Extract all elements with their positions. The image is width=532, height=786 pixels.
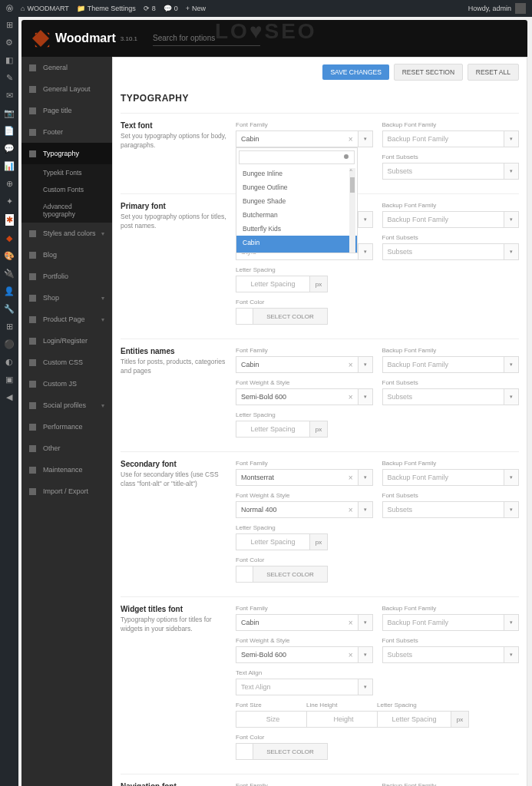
menu-icon[interactable]: ◧ bbox=[5, 55, 13, 65]
dropdown-option[interactable]: Cabin bbox=[236, 236, 357, 253]
sidebar-item-performance[interactable]: Performance bbox=[21, 416, 112, 438]
menu-icon[interactable]: ⚫ bbox=[4, 339, 15, 349]
select[interactable]: Normal 400×▾ bbox=[236, 501, 373, 518]
options-search-input[interactable] bbox=[153, 31, 260, 46]
text-input[interactable] bbox=[236, 276, 309, 292]
adminbar-site[interactable]: ⌂ WOODMART bbox=[21, 5, 69, 12]
chevron-down-icon[interactable]: ▾ bbox=[504, 243, 519, 260]
adminbar-howdy[interactable]: Howdy, admin bbox=[468, 5, 511, 12]
menu-collapse-icon[interactable]: ◀ bbox=[6, 392, 12, 402]
adminbar-theme[interactable]: 📁 Theme Settings bbox=[77, 5, 136, 12]
menu-icon[interactable]: ◐ bbox=[5, 357, 13, 367]
menu-icon[interactable]: 📷 bbox=[4, 108, 15, 118]
adminbar-wp-logo[interactable]: ⓦ bbox=[6, 4, 13, 14]
clear-icon[interactable]: × bbox=[349, 651, 353, 659]
chevron-down-icon[interactable]: ▾ bbox=[358, 243, 373, 260]
select[interactable]: Subsets▾ bbox=[382, 163, 520, 180]
menu-icon[interactable]: ✱ bbox=[5, 214, 14, 226]
chevron-down-icon[interactable]: ▾ bbox=[504, 469, 519, 486]
adminbar-updates[interactable]: ⟳ 8 bbox=[144, 5, 156, 12]
reset-all-button[interactable]: RESET ALL bbox=[468, 64, 519, 81]
sidebar-item-blog[interactable]: Blog bbox=[21, 244, 112, 266]
select[interactable]: Text Align▾ bbox=[236, 679, 373, 695]
chevron-down-icon[interactable]: ▾ bbox=[504, 501, 519, 518]
select[interactable]: Subsets▾ bbox=[382, 388, 520, 405]
dropdown-option[interactable]: Bungee Shade bbox=[236, 194, 357, 208]
select[interactable]: Backup Font Family▾ bbox=[382, 614, 520, 631]
select[interactable]: Subsets▾ bbox=[382, 646, 520, 663]
chevron-down-icon[interactable]: ▾ bbox=[358, 646, 373, 663]
sidebar-subitem[interactable]: Typekit Fonts bbox=[21, 164, 112, 181]
clear-icon[interactable]: × bbox=[349, 619, 353, 627]
menu-icon[interactable]: ⊕ bbox=[6, 179, 13, 189]
text-input[interactable] bbox=[377, 711, 451, 728]
menu-icon[interactable]: ▣ bbox=[5, 375, 13, 385]
sidebar-item-product-page[interactable]: Product Page▾ bbox=[21, 309, 112, 330]
menu-icon[interactable]: ◆ bbox=[6, 233, 12, 243]
menu-icon[interactable]: ✉ bbox=[6, 91, 13, 101]
sidebar-item-portfolio[interactable]: Portfolio bbox=[21, 266, 112, 287]
menu-icon[interactable]: 🔧 bbox=[4, 304, 15, 314]
adminbar-comments[interactable]: 💬 0 bbox=[164, 5, 178, 12]
color-picker[interactable]: SELECT COLOR bbox=[236, 743, 328, 760]
chevron-down-icon[interactable]: ▾ bbox=[504, 130, 519, 147]
select[interactable]: Backup Font Family▾ bbox=[382, 356, 520, 373]
menu-icon[interactable]: 🎨 bbox=[4, 251, 15, 261]
sidebar-item-other[interactable]: Other bbox=[21, 438, 112, 459]
text-input[interactable] bbox=[306, 711, 380, 728]
chevron-down-icon[interactable]: ▾ bbox=[358, 130, 373, 147]
menu-icon[interactable]: 💬 bbox=[4, 144, 15, 154]
sidebar-item-styles-and-colors[interactable]: Styles and colors▾ bbox=[21, 223, 112, 244]
select[interactable]: Montserrat×▾ bbox=[236, 469, 373, 486]
menu-dashboard-icon[interactable]: ⊞ bbox=[6, 20, 13, 30]
chevron-down-icon[interactable]: ▾ bbox=[504, 388, 519, 405]
menu-icon[interactable]: 📊 bbox=[4, 161, 15, 171]
text-input[interactable] bbox=[236, 711, 309, 728]
select[interactable]: Cabin×▾ bbox=[236, 614, 373, 631]
clear-icon[interactable]: × bbox=[349, 361, 353, 369]
sidebar-item-login-register[interactable]: Login/Register bbox=[21, 330, 112, 352]
dropdown-search-input[interactable] bbox=[239, 150, 355, 164]
reset-section-button[interactable]: RESET SECTION bbox=[394, 64, 463, 81]
chevron-down-icon[interactable]: ▾ bbox=[504, 646, 519, 663]
chevron-down-icon[interactable]: ▾ bbox=[358, 679, 373, 695]
menu-icon[interactable]: ✎ bbox=[6, 73, 13, 83]
clear-icon[interactable]: × bbox=[349, 506, 353, 514]
sidebar-item-footer[interactable]: Footer bbox=[21, 121, 112, 143]
menu-icon[interactable]: ⊞ bbox=[6, 322, 13, 332]
menu-icon[interactable]: ⚙ bbox=[5, 38, 13, 48]
sidebar-item-typography[interactable]: Typography bbox=[21, 143, 112, 164]
text-input[interactable] bbox=[236, 533, 309, 550]
select[interactable]: Subsets▾ bbox=[382, 243, 520, 260]
chevron-down-icon[interactable]: ▾ bbox=[358, 614, 373, 631]
save-button[interactable]: SAVE CHANGES bbox=[322, 64, 388, 80]
select[interactable]: Cabin×▾ bbox=[236, 130, 373, 147]
clear-icon[interactable]: × bbox=[349, 393, 353, 401]
chevron-down-icon[interactable]: ▾ bbox=[504, 163, 519, 180]
color-picker[interactable]: SELECT COLOR bbox=[236, 308, 328, 325]
chevron-down-icon[interactable]: ▾ bbox=[358, 469, 373, 486]
menu-icon[interactable]: 📄 bbox=[4, 126, 15, 136]
avatar-icon[interactable] bbox=[515, 3, 526, 14]
chevron-down-icon[interactable]: ▾ bbox=[504, 211, 519, 228]
sidebar-item-import-export[interactable]: Import / Export bbox=[21, 481, 112, 502]
select[interactable]: Semi-Bold 600×▾ bbox=[236, 646, 373, 663]
sidebar-item-general-layout[interactable]: General Layout bbox=[21, 78, 112, 100]
clear-icon[interactable]: × bbox=[349, 474, 353, 482]
select[interactable]: Backup Font Family▾ bbox=[382, 211, 520, 228]
sidebar-item-custom-js[interactable]: Custom JS bbox=[21, 373, 112, 395]
adminbar-new[interactable]: + New bbox=[186, 5, 206, 12]
sidebar-item-shop[interactable]: Shop▾ bbox=[21, 287, 112, 309]
sidebar-item-social-profiles[interactable]: Social profiles▾ bbox=[21, 395, 112, 416]
dropdown-option[interactable]: Butterfly Kids bbox=[236, 222, 357, 236]
sidebar-subitem[interactable]: Advanced typography bbox=[21, 198, 112, 223]
select[interactable]: Subsets▾ bbox=[382, 501, 520, 518]
select[interactable]: Backup Font Family▾ bbox=[382, 130, 520, 147]
sidebar-item-custom-css[interactable]: Custom CSS bbox=[21, 352, 112, 373]
sidebar-item-page-title[interactable]: Page title bbox=[21, 100, 112, 121]
dropdown-option[interactable]: Bungee Inline bbox=[236, 167, 357, 180]
chevron-down-icon[interactable]: ▾ bbox=[504, 356, 519, 373]
scrollbar[interactable] bbox=[349, 168, 355, 253]
select[interactable]: Cabin×▾ bbox=[236, 356, 373, 373]
chevron-down-icon[interactable]: ▾ bbox=[358, 211, 373, 228]
